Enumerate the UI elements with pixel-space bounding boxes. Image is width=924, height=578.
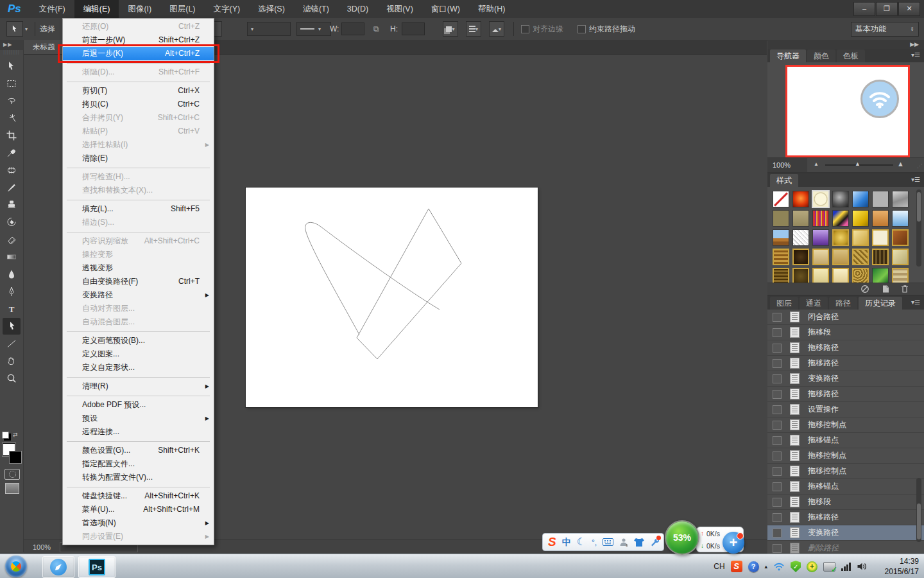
speaker-icon[interactable] [857, 561, 868, 572]
sogou-logo[interactable]: S [548, 536, 556, 548]
menubar-item-6[interactable]: 滤镜(T) [294, 0, 338, 18]
edit-menu-item[interactable]: 描边(S)... [63, 216, 214, 229]
edit-menu-item[interactable]: 后退一步(K)Alt+Ctrl+Z [63, 47, 214, 60]
edit-menu-item[interactable]: 还原(O)Ctrl+Z [63, 20, 214, 33]
brush-tool[interactable] [3, 179, 21, 196]
style-swatch-24[interactable] [832, 249, 849, 265]
menubar-item-2[interactable]: 图像(I) [119, 0, 160, 18]
new-style-icon[interactable] [880, 285, 891, 293]
edit-menu-item[interactable]: 拷贝(C)Ctrl+C [63, 98, 214, 111]
edit-menu-item[interactable]: 远程连接... [63, 425, 214, 439]
history-source-checkbox[interactable] [773, 328, 782, 337]
history-state-row[interactable]: 变换路径 [767, 525, 924, 541]
document-tab[interactable]: 未标题 [24, 40, 65, 54]
history-source-checkbox[interactable] [773, 513, 782, 522]
style-swatch-22[interactable] [792, 249, 809, 265]
edit-menu-item[interactable]: 渐隐(D)...Shift+Ctrl+F [63, 66, 214, 79]
eyedropper-tool[interactable] [3, 144, 21, 161]
taskbar-clock[interactable]: 14:39 2015/6/17 [868, 556, 921, 577]
fill-dropdown[interactable]: ▾ [247, 22, 291, 36]
menubar-item-0[interactable]: 文件(F) [30, 0, 74, 18]
history-state-row[interactable]: 拖移控制点 [767, 464, 924, 479]
style-swatch-2[interactable] [812, 191, 829, 207]
tab-路径[interactable]: 路径 [829, 297, 857, 310]
move-tool[interactable] [3, 58, 21, 74]
style-swatch-3[interactable] [832, 191, 849, 207]
skin-icon[interactable] [634, 538, 644, 547]
start-button[interactable] [5, 556, 27, 577]
gradient-tool[interactable] [3, 249, 21, 265]
history-state-row[interactable]: 拖移路径 [767, 356, 924, 371]
close-button[interactable]: ✕ [898, 2, 920, 16]
tab-styles[interactable]: 样式 [770, 174, 798, 187]
history-state-row[interactable]: 拖移控制点 [767, 448, 924, 464]
style-swatch-27[interactable] [892, 249, 909, 265]
clear-style-icon[interactable] [860, 285, 870, 293]
restore-button[interactable]: ❐ [876, 2, 898, 16]
wrench-icon[interactable] [650, 538, 659, 547]
edit-menu-item[interactable]: 粘贴(P)Ctrl+V [63, 125, 214, 138]
history-source-checkbox[interactable] [773, 359, 782, 368]
style-swatch-6[interactable] [892, 191, 909, 207]
style-swatch-21[interactable] [773, 249, 789, 265]
height-input[interactable] [402, 22, 425, 35]
sogou-tray-icon[interactable]: S [731, 561, 742, 572]
history-source-checkbox[interactable] [773, 374, 782, 383]
security-shield-icon[interactable]: ✓ [791, 561, 801, 572]
edit-menu-item[interactable]: 预设▶ [63, 412, 214, 425]
accelerator-ball[interactable]: + [723, 532, 744, 554]
edit-menu-item[interactable]: 清理(R)▶ [63, 380, 214, 393]
style-swatch-17[interactable] [832, 229, 849, 246]
edit-menu-item[interactable]: 选择性粘贴(I)▶ [63, 138, 214, 152]
menubar-item-4[interactable]: 文字(Y) [205, 0, 250, 18]
history-state-row[interactable]: 拖移段 [767, 325, 924, 340]
edit-menu-item[interactable]: 合并拷贝(Y)Shift+Ctrl+C [63, 111, 214, 125]
minimize-button[interactable]: – [853, 2, 875, 16]
history-source-checkbox[interactable] [773, 344, 782, 353]
edit-menu-item[interactable]: 菜单(U)...Alt+Shift+Ctrl+M [63, 503, 214, 516]
chinese-mode-icon[interactable]: 中 [562, 536, 571, 548]
style-swatch-14[interactable] [773, 229, 789, 246]
history-state-row[interactable]: 拖移锚点 [767, 433, 924, 448]
style-swatch-15[interactable] [792, 229, 809, 246]
edit-menu-item[interactable]: 自动对齐图层... [63, 302, 214, 315]
hand-tool[interactable] [3, 353, 21, 369]
path-alignment-button[interactable]: ▾ [466, 21, 481, 37]
style-swatch-25[interactable] [852, 249, 869, 265]
edit-menu-item[interactable]: 首选项(N)▶ [63, 516, 214, 530]
tool-preset-picker[interactable]: ▾ [6, 18, 28, 40]
magic-wand-tool[interactable] [3, 110, 21, 127]
width-input[interactable] [341, 22, 364, 35]
history-state-row[interactable]: 拖移路径 [767, 387, 924, 402]
default-colors-icon[interactable] [2, 432, 9, 439]
history-source-checkbox[interactable] [773, 544, 782, 553]
printer-status-icon[interactable]: ✓ [823, 562, 835, 572]
history-state-row[interactable]: 拖移路径 [767, 510, 924, 525]
wifi-tray-icon[interactable] [773, 561, 785, 572]
history-source-checkbox[interactable] [773, 451, 782, 460]
collapse-panels-chevron-icon[interactable]: ▶▶ [767, 40, 924, 49]
pen-tool[interactable] [3, 283, 21, 300]
style-swatch-16[interactable] [812, 229, 829, 246]
healing-tool[interactable] [3, 162, 21, 179]
blur-tool[interactable] [3, 266, 21, 283]
canvas[interactable] [246, 188, 538, 407]
history-source-checkbox[interactable] [773, 482, 782, 491]
screen-mode-button[interactable] [5, 483, 19, 494]
menubar-item-1[interactable]: 编辑(E) [74, 0, 119, 18]
lasso-tool[interactable] [3, 92, 21, 109]
zoom-tool[interactable] [3, 370, 21, 387]
edit-menu-item[interactable]: 同步设置(E)▶ [63, 530, 214, 543]
style-swatch-1[interactable] [792, 191, 809, 207]
stroke-style-dropdown[interactable]: ▾ [296, 22, 331, 36]
edit-menu-item[interactable]: 颜色设置(G)...Shift+Ctrl+K [63, 444, 214, 457]
menubar-item-7[interactable]: 3D(D) [338, 0, 377, 18]
edit-menu-item[interactable]: 自动混合图层... [63, 315, 214, 329]
panel-menu-icon[interactable]: ▾☰ [911, 176, 920, 183]
moon-skin-icon[interactable]: ☾ [577, 536, 586, 548]
optimization-percent-badge[interactable]: 53% [665, 520, 699, 555]
navigator-zoom-value[interactable]: 100% [767, 158, 807, 172]
style-swatch-4[interactable] [852, 191, 869, 207]
tab-2[interactable]: 色板 [837, 49, 865, 62]
constrain-path-drag-checkbox[interactable]: 约束路径拖动 [578, 18, 635, 40]
